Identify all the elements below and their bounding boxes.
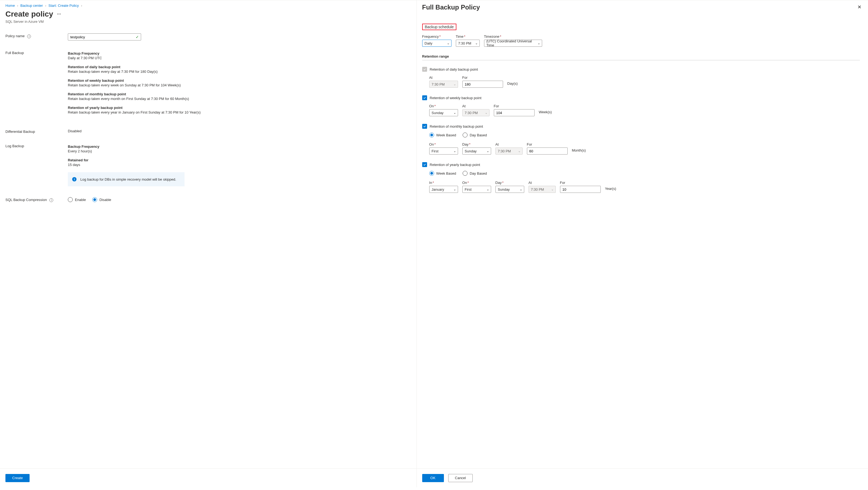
daily-for-input[interactable] <box>462 81 503 88</box>
page-title: Create policy ··· <box>5 10 411 19</box>
frequency-select[interactable]: Daily ⌄ <box>422 40 452 47</box>
yearly-day-label: Day <box>495 181 502 185</box>
weekly-retention-label: Retention of weekly backup point <box>430 96 482 100</box>
full-frequency-title: Backup Frequency <box>68 51 411 55</box>
monthly-on-select[interactable]: First ⌄ <box>429 147 458 154</box>
yearly-at-select: 7:30 PM ⌄ <box>529 186 556 193</box>
ok-button[interactable]: OK <box>422 474 444 482</box>
page-subtitle: SQL Server in Azure VM <box>5 20 411 24</box>
yearly-at-label: At <box>529 181 556 185</box>
compression-disable-radio[interactable]: Disable <box>92 197 111 202</box>
yearly-in-label: In <box>429 181 432 185</box>
weekly-on-select[interactable]: Sunday ⌄ <box>429 109 458 116</box>
monthly-week-based-radio[interactable]: Week Based <box>429 133 456 138</box>
daily-retention-label: Retention of daily backup point <box>430 67 478 71</box>
daily-for-label: For <box>462 76 503 80</box>
breadcrumb: Home › Backup center › Start: Create Pol… <box>5 3 411 8</box>
create-policy-pane: Home › Backup center › Start: Create Pol… <box>0 0 417 468</box>
differential-backup-label: Differential Backup <box>5 129 68 134</box>
info-icon[interactable]: i <box>50 198 53 202</box>
chevron-down-icon: ⌄ <box>454 149 456 153</box>
yearly-in-select[interactable]: January ⌄ <box>429 186 458 193</box>
radio-label: Day Based <box>470 133 487 137</box>
log-backup-label: Log Backup <box>5 143 68 148</box>
frequency-label: Frequency <box>422 34 439 38</box>
radio-label: Week Based <box>436 133 456 137</box>
yearly-day-select[interactable]: Sunday ⌄ <box>495 186 524 193</box>
chevron-down-icon: ⌄ <box>454 82 456 86</box>
chevron-down-icon: ⌄ <box>454 111 456 115</box>
monthly-retention-title: Retention of monthly backup point <box>68 92 411 96</box>
radio-label: Week Based <box>436 171 456 175</box>
chevron-down-icon: ⌄ <box>551 188 554 191</box>
monthly-retention-checkbox[interactable] <box>422 124 427 129</box>
breadcrumb-start-create-policy[interactable]: Start: Create Policy <box>48 3 79 8</box>
yearly-retention-title: Retention of yearly backup point <box>68 106 411 110</box>
chevron-down-icon: ⌄ <box>454 188 456 191</box>
log-frequency-text: Every 2 hour(s) <box>68 149 411 153</box>
yearly-retention-text: Retain backup taken every year in Januar… <box>68 110 411 114</box>
breadcrumb-backup-center[interactable]: Backup center <box>20 3 43 8</box>
info-icon: i <box>72 177 76 181</box>
radio-label: Day Based <box>470 171 487 175</box>
monthly-at-label: At <box>495 142 523 146</box>
yearly-for-input[interactable] <box>560 186 601 193</box>
compression-label: SQL Backup Compression <box>5 198 47 202</box>
daily-at-select: 7:30 PM ⌄ <box>429 81 458 88</box>
timezone-label: Timezone <box>484 34 499 38</box>
radio-label: Disable <box>99 198 111 202</box>
daily-unit: Day(s) <box>507 76 518 88</box>
chevron-down-icon: ⌄ <box>447 41 450 45</box>
timezone-select[interactable]: (UTC) Coordinated Universal Time ⌄ <box>484 40 542 47</box>
chevron-down-icon: ⌄ <box>518 149 521 153</box>
monthly-unit: Month(s) <box>572 142 586 154</box>
policy-name-label: Policy name <box>5 34 25 38</box>
breadcrumb-home[interactable]: Home <box>5 3 15 8</box>
retention-range-heading: Retention range <box>422 54 860 58</box>
yearly-retention-checkbox[interactable] <box>422 162 427 167</box>
divider <box>422 60 860 60</box>
time-select[interactable]: 7:30 PM ⌄ <box>456 40 480 47</box>
monthly-day-select[interactable]: Sunday ⌄ <box>462 147 491 154</box>
log-frequency-title: Backup Frequency <box>68 144 411 149</box>
full-backup-policy-panel: ✕ Full Backup Policy Backup schedule Fre… <box>417 0 868 468</box>
policy-name-input[interactable] <box>68 33 141 40</box>
more-actions-icon[interactable]: ··· <box>57 11 61 17</box>
monthly-on-label: On <box>429 142 434 146</box>
radio-label: Enable <box>75 198 86 202</box>
full-backup-label: Full Backup <box>5 50 68 55</box>
daily-at-label: At <box>429 76 458 80</box>
compression-enable-radio[interactable]: Enable <box>68 197 86 202</box>
chevron-down-icon: ⌄ <box>537 41 540 45</box>
backup-schedule-heading: Backup schedule <box>422 24 457 30</box>
chevron-down-icon: ⌄ <box>520 188 522 191</box>
yearly-day-based-radio[interactable]: Day Based <box>463 171 487 176</box>
weekly-on-label: On <box>429 104 434 108</box>
close-icon[interactable]: ✕ <box>858 4 862 10</box>
monthly-retention-text: Retain backup taken every month on First… <box>68 97 411 101</box>
yearly-for-label: For <box>560 181 601 185</box>
log-retained-title: Retained for <box>68 158 411 162</box>
time-label: Time <box>456 34 463 38</box>
info-icon[interactable]: i <box>27 34 31 38</box>
create-button[interactable]: Create <box>5 474 30 482</box>
weekly-retention-text: Retain backup taken every week on Sunday… <box>68 83 411 87</box>
weekly-unit: Week(s) <box>539 104 552 116</box>
weekly-retention-title: Retention of weekly backup point <box>68 79 411 83</box>
chevron-right-icon: › <box>17 3 18 8</box>
weekly-retention-checkbox[interactable] <box>422 95 427 100</box>
weekly-for-input[interactable] <box>494 109 534 116</box>
chevron-down-icon: ⌄ <box>487 149 489 153</box>
weekly-at-select: 7:30 PM ⌄ <box>462 109 490 116</box>
cancel-button[interactable]: Cancel <box>448 474 473 482</box>
weekly-for-label: For <box>494 104 534 108</box>
yearly-on-label: On <box>462 181 467 185</box>
monthly-day-based-radio[interactable]: Day Based <box>463 133 487 138</box>
chevron-right-icon: › <box>81 3 82 8</box>
yearly-week-based-radio[interactable]: Week Based <box>429 171 456 176</box>
monthly-for-input[interactable] <box>527 147 568 154</box>
chevron-right-icon: › <box>45 3 46 8</box>
yearly-on-select[interactable]: First ⌄ <box>462 186 491 193</box>
info-callout: i Log backup for DBs in simple recovery … <box>68 172 185 186</box>
differential-backup-value: Disabled <box>68 129 411 133</box>
